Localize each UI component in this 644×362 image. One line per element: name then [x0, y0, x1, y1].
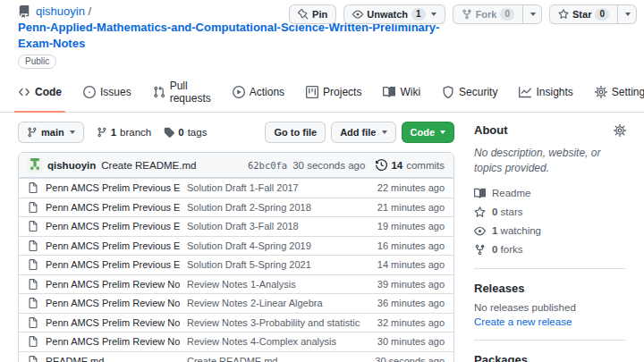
- repo-icon: [18, 5, 30, 18]
- file-commit-message-link[interactable]: Solution Draft 3-Fall 2018: [187, 221, 360, 232]
- chevron-down-icon: [70, 130, 75, 134]
- file-name-link[interactable]: Penn AMCS Prelim Review Not...: [46, 279, 180, 290]
- star-icon: [474, 206, 486, 218]
- repo-owner-link[interactable]: qishuoyin: [36, 4, 85, 18]
- file-commit-message-link[interactable]: Review Notes 3-Probability and statistic…: [187, 317, 360, 328]
- book-icon: [474, 188, 486, 199]
- repo-header: qishuoyin / Penn-Applied-Mathematics-and…: [0, 0, 644, 69]
- tab-security[interactable]: Security: [435, 74, 504, 112]
- file-row: Penn AMCS Prelim Review Not... Review No…: [19, 332, 453, 351]
- file-icon: [28, 279, 38, 290]
- file-name-link[interactable]: Penn AMCS Prelim Previous Ex...: [46, 182, 180, 193]
- watch-count: 1: [411, 8, 426, 21]
- code-button-label: Code: [411, 127, 436, 138]
- tab-label: Code: [35, 86, 62, 98]
- code-icon: [18, 86, 30, 98]
- file-commit-message-link[interactable]: Solution Draft 4-Spring 2019: [187, 240, 360, 251]
- file-name-link[interactable]: README.md: [46, 356, 180, 362]
- tab-insights[interactable]: Insights: [512, 74, 580, 112]
- settings-icon: [595, 86, 607, 98]
- tab-label: Insights: [536, 86, 572, 98]
- tab-projects[interactable]: Projects: [299, 74, 369, 112]
- readme-link[interactable]: Readme: [474, 188, 626, 199]
- file-name-link[interactable]: Penn AMCS Prelim Previous Ex...: [46, 221, 180, 232]
- file-commit-message-link[interactable]: Solution Draft 5-Spring 2021: [187, 259, 360, 270]
- watching-link[interactable]: 1 watching: [474, 225, 626, 237]
- file-commit-message-link[interactable]: Solution Draft 1-Fall 2017: [187, 182, 360, 193]
- pull-request-icon: [153, 86, 165, 98]
- chevron-down-icon: [530, 13, 536, 16]
- file-name-link[interactable]: Penn AMCS Prelim Review Not...: [46, 298, 180, 308]
- file-icon: [28, 336, 38, 347]
- pin-label: Pin: [312, 9, 327, 20]
- file-icon: [28, 240, 38, 251]
- unwatch-button[interactable]: Unwatch 1: [343, 4, 445, 24]
- file-name-link[interactable]: Penn AMCS Prelim Previous Ex...: [46, 259, 180, 270]
- pin-button[interactable]: Pin: [289, 4, 336, 24]
- create-release-link[interactable]: Create a new release: [474, 316, 626, 327]
- commit-history-link[interactable]: 14 commits: [376, 159, 445, 171]
- file-row: Penn AMCS Prelim Review Not... Review No…: [19, 274, 453, 294]
- star-dropdown-button[interactable]: [618, 4, 637, 24]
- tab-issues[interactable]: Issues: [76, 74, 139, 112]
- file-commit-time: 39 minutes ago: [368, 279, 445, 290]
- tab-code[interactable]: Code: [11, 74, 69, 112]
- branch-selector-button[interactable]: main: [18, 122, 84, 143]
- file-name-link[interactable]: Penn AMCS Prelim Previous Ex...: [46, 240, 180, 251]
- insights-icon: [519, 86, 531, 98]
- file-name-link[interactable]: Penn AMCS Prelim Review Not...: [46, 317, 180, 328]
- file-commit-message-link[interactable]: Review Notes 4-Complex analysis: [187, 336, 360, 347]
- file-name-link[interactable]: Penn AMCS Prelim Review Not...: [46, 336, 180, 347]
- tab-actions[interactable]: Actions: [225, 74, 292, 112]
- stat-label: stars: [501, 206, 523, 217]
- fork-button-group: Fork 0: [453, 4, 542, 24]
- star-icon: [558, 9, 569, 20]
- toolbar-right: Go to file Add file Code: [265, 122, 454, 143]
- fork-dropdown-button[interactable]: [523, 4, 542, 24]
- file-commit-time: 30 minutes ago: [368, 336, 445, 347]
- code-download-button[interactable]: Code: [402, 122, 455, 143]
- actions-icon: [233, 86, 245, 98]
- star-count: 0: [595, 8, 609, 21]
- tab-wiki[interactable]: Wiki: [376, 74, 428, 112]
- commit-message-link[interactable]: Create README.md: [101, 160, 196, 171]
- tab-pull-requests[interactable]: Pull requests: [146, 74, 218, 112]
- tab-settings[interactable]: Settings: [588, 74, 644, 112]
- branch-count-label: branch: [120, 127, 151, 138]
- avatar[interactable]: [28, 158, 42, 173]
- fork-icon: [462, 9, 472, 20]
- stars-link[interactable]: 0 stars: [474, 206, 626, 218]
- stat-label: forks: [501, 244, 523, 255]
- stat-count: 0: [492, 206, 497, 217]
- file-icon: [28, 356, 38, 362]
- about-settings-gear-icon[interactable]: [614, 124, 626, 137]
- commit-hash-link[interactable]: 62bc0fa: [248, 160, 287, 171]
- file-commit-message-link[interactable]: Solution Draft 2-Spring 2018: [187, 202, 360, 213]
- latest-commit-bar: qishuoyin Create README.md 62bc0fa 30 se…: [19, 153, 453, 178]
- sidebar: About No description, website, or topics…: [474, 122, 626, 362]
- tags-link[interactable]: 0 tags: [164, 127, 207, 138]
- fork-icon: [474, 244, 486, 256]
- file-commit-message-link[interactable]: Review Notes 1-Analysis: [187, 279, 360, 290]
- file-name-link[interactable]: Penn AMCS Prelim Previous Ex...: [46, 202, 180, 213]
- star-button[interactable]: Star 0: [549, 4, 618, 24]
- content-area: main 1 branch 0 tags Go to file Add file: [0, 113, 644, 362]
- tab-label: Pull requests: [170, 80, 211, 105]
- fork-button[interactable]: Fork 0: [453, 4, 523, 24]
- repo-name-link[interactable]: Penn-Applied-Mathematics-and-Computation…: [18, 20, 465, 52]
- branches-link[interactable]: 1 branch: [97, 127, 152, 138]
- file-table: qishuoyin Create README.md 62bc0fa 30 se…: [18, 152, 454, 362]
- forks-link[interactable]: 0 forks: [474, 244, 626, 256]
- commit-author-link[interactable]: qishuoyin: [47, 160, 96, 171]
- file-row: Penn AMCS Prelim Previous Ex... Solution…: [19, 178, 453, 198]
- file-row: README.md Create README.md 30 seconds ag…: [19, 351, 453, 362]
- go-to-file-button[interactable]: Go to file: [265, 122, 326, 143]
- file-icon: [28, 221, 38, 232]
- add-file-button[interactable]: Add file: [331, 122, 395, 143]
- file-commit-message-link[interactable]: Create README.md: [187, 356, 360, 362]
- commits-label: commits: [406, 160, 445, 171]
- branch-icon: [27, 127, 38, 138]
- security-icon: [442, 86, 454, 98]
- pin-icon: [298, 9, 309, 20]
- file-commit-message-link[interactable]: Review Notes 2-Linear Algebra: [187, 298, 360, 308]
